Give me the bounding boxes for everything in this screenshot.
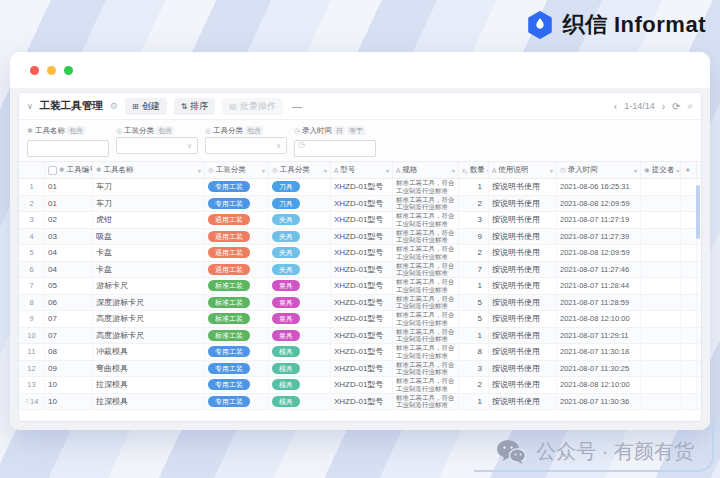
search-icon[interactable]: ⌕	[687, 100, 693, 112]
chevron-down-icon: ∨	[187, 142, 193, 150]
tool-category-badge: 量具	[272, 280, 300, 291]
prev-page-button[interactable]: ‹	[614, 101, 617, 112]
table-row[interactable]: 504卡盘通用工装夹具XHZD-01型号标准工装工具，符合工业制造行业标准2按说…	[19, 245, 701, 262]
column-header-add[interactable]: ＋	[681, 162, 697, 178]
row-number: ⠿14	[19, 394, 45, 410]
text-icon: A	[492, 167, 496, 174]
column-menu-caret[interactable]: ▾	[198, 167, 201, 174]
column-menu-caret[interactable]: ▾	[634, 167, 637, 174]
vertical-scrollbar-thumb[interactable]	[696, 185, 700, 239]
cell-qty: 3	[459, 361, 489, 377]
table-row[interactable]: 1007高度游标卡尺标准工装量具XHZD-01型号标准工装工具，符合工业制造行业…	[19, 328, 701, 345]
more-button[interactable]: —	[292, 101, 302, 112]
select-all-checkbox[interactable]	[48, 166, 57, 175]
table-row[interactable]: 1108冲裁模具专用工装模具XHZD-01型号标准工装工具，符合工业制造行业标准…	[19, 344, 701, 361]
cell-usage: 按说明书使用	[489, 394, 557, 410]
tooling-category-filter-select[interactable]: ∨	[116, 137, 198, 154]
cell-submitter	[641, 311, 681, 327]
cell-entry-time: 2021-08-07 11:27:46	[557, 262, 641, 278]
minimize-window-button[interactable]	[47, 66, 56, 75]
table-row[interactable]: 1310拉深模具专用工装模具XHZD-01型号标准工装工具，符合工业制造行业标准…	[19, 377, 701, 394]
table-row[interactable]: 604卡盘通用工装夹具XHZD-01型号标准工装工具，符合工业制造行业标准7按说…	[19, 262, 701, 279]
tooling-category-badge: 专用工装	[208, 379, 250, 390]
cell-spec: 标准工装工具，符合工业制造行业标准	[393, 328, 459, 344]
column-header-name[interactable]: ✱工具名称▾	[93, 162, 205, 178]
maximize-window-button[interactable]	[64, 66, 73, 75]
column-menu-caret[interactable]: ▾	[386, 167, 389, 174]
select-type-icon: ◎	[116, 127, 122, 135]
filter-tooling-category: ◎ 工装分类 包含 ∨	[116, 124, 198, 154]
tool-category-filter-select[interactable]: ∨	[205, 137, 287, 154]
table-row[interactable]: 1209弯曲模具专用工装模具XHZD-01型号标准工装工具，符合工业制造行业标准…	[19, 361, 701, 378]
tooling-category-badge: 通用工装	[208, 264, 250, 275]
cell-usage: 按说明书使用	[489, 245, 557, 261]
cell-model: XHZD-01型号	[331, 212, 393, 228]
cell-name: 高度游标卡尺	[93, 311, 205, 327]
cell-name: 拉深模具	[93, 377, 205, 393]
filter-operator: 包含	[156, 126, 174, 135]
gear-icon[interactable]: ⚙	[110, 101, 118, 111]
column-menu-caret[interactable]: ▾	[550, 167, 553, 174]
row-number: 6	[19, 262, 45, 278]
tooling-category-badge: 通用工装	[208, 247, 250, 258]
batch-actions-button[interactable]: ▤ 批量操作	[222, 98, 283, 115]
create-button[interactable]: ⊞ 创建	[125, 98, 167, 115]
table-row[interactable]: 302虎钳通用工装夹具XHZD-01型号标准工装工具，符合工业制造行业标准3按说…	[19, 212, 701, 229]
column-menu-caret[interactable]: ▾	[676, 167, 679, 174]
filter-entry-time: ◷ 录入时间 日 等于 ◷	[294, 124, 376, 154]
table-row[interactable]: 907高度游标卡尺标准工装量具XHZD-01型号标准工装工具，符合工业制造行业标…	[19, 311, 701, 328]
field-icon: ✱	[96, 166, 101, 174]
column-menu-caret[interactable]: ▾	[324, 167, 327, 174]
column-header-code[interactable]: ✱工具编号▾	[45, 162, 93, 178]
table-row[interactable]: 705游标卡尺标准工装量具XHZD-01型号标准工装工具，符合工业制造行业标准1…	[19, 278, 701, 295]
column-header-qty[interactable]: x₂数量▾	[459, 162, 489, 178]
row-number: 4	[19, 229, 45, 245]
next-page-button[interactable]: ›	[662, 101, 665, 112]
table-row[interactable]: 403吸盘通用工装夹具XHZD-01型号标准工装工具，符合工业制造行业标准9按说…	[19, 229, 701, 246]
collapse-chevron-icon[interactable]: ∨	[27, 102, 33, 111]
column-header-usage[interactable]: A使用说明▾	[489, 162, 557, 178]
table-row[interactable]: 101车刀专用工装刀具XHZD-01型号标准工装工具，符合工业制造行业标准1按说…	[19, 179, 701, 196]
cell-qty: 7	[459, 262, 489, 278]
drag-handle-icon[interactable]: ⠿	[25, 398, 28, 405]
table-row[interactable]: ⠿1410拉深模具专用工装模具XHZD-01型号标准工装工具，符合工业制造行业标…	[19, 394, 701, 411]
table-row[interactable]: 806深度游标卡尺标准工装量具XHZD-01型号标准工装工具，符合工业制造行业标…	[19, 295, 701, 312]
tooling-category-badge: 专用工装	[208, 396, 250, 407]
tool-category-badge: 刀具	[272, 181, 300, 192]
column-header-time[interactable]: ◷录入时间▾	[557, 162, 641, 178]
cell-usage: 按说明书使用	[489, 229, 557, 245]
cell-submitter	[641, 394, 681, 410]
cell-name: 高度游标卡尺	[93, 328, 205, 344]
column-header-submitter[interactable]: ◉提交者▾	[641, 162, 681, 178]
close-window-button[interactable]	[30, 66, 39, 75]
table-body: 101车刀专用工装刀具XHZD-01型号标准工装工具，符合工业制造行业标准1按说…	[19, 179, 701, 410]
cell-submitter	[641, 377, 681, 393]
column-menu-caret[interactable]: ▾	[262, 167, 265, 174]
tool-category-badge: 模具	[272, 379, 300, 390]
refresh-icon[interactable]: ⟳	[672, 101, 680, 112]
table-row[interactable]: 201车刀专用工装刀具XHZD-01型号标准工装工具，符合工业制造行业标准2按说…	[19, 196, 701, 213]
cell-model: XHZD-01型号	[331, 262, 393, 278]
row-number: 13	[19, 377, 45, 393]
tool-category-badge: 量具	[272, 330, 300, 341]
column-header-model[interactable]: A型号▾	[331, 162, 393, 178]
brand: 织信 Informat	[526, 10, 706, 40]
cell-spec: 标准工装工具，符合工业制造行业标准	[393, 229, 459, 245]
row-number: 12	[19, 361, 45, 377]
cell-code: 04	[45, 262, 93, 278]
column-header-tooling[interactable]: ◎工装分类▾	[205, 162, 269, 178]
cell-code: 08	[45, 344, 93, 360]
column-header-spec[interactable]: A规格▾	[393, 162, 459, 178]
cell-submitter	[641, 245, 681, 261]
cell-code: 07	[45, 311, 93, 327]
column-header-tool[interactable]: ◎工具分类▾	[269, 162, 331, 178]
tool-name-filter-input[interactable]	[27, 140, 109, 157]
cell-entry-time: 2021-08-07 11:30:25	[557, 361, 641, 377]
entry-time-filter-input[interactable]	[294, 140, 376, 157]
cell-name: 虎钳	[93, 212, 205, 228]
row-number: 3	[19, 212, 45, 228]
column-menu-caret[interactable]: ▾	[452, 167, 455, 174]
cell-usage: 按说明书使用	[489, 212, 557, 228]
cell-code: 04	[45, 245, 93, 261]
sort-button[interactable]: ⇅ 排序	[174, 98, 216, 115]
